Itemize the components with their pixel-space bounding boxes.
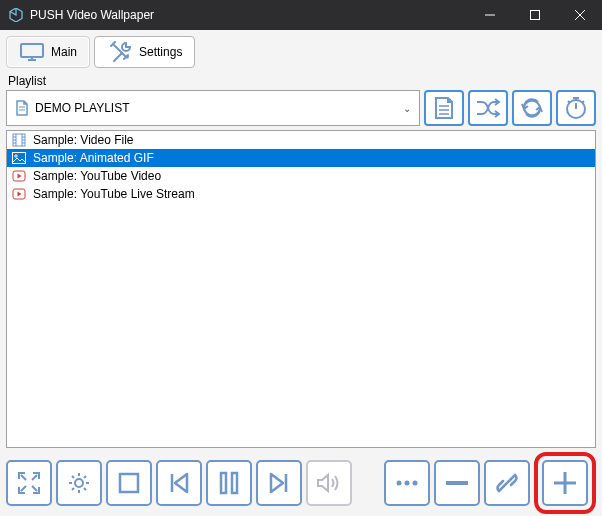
svg-point-23 — [15, 155, 17, 157]
more-button[interactable] — [384, 460, 430, 506]
repeat-button[interactable] — [512, 90, 552, 126]
svg-point-34 — [413, 481, 418, 486]
fullscreen-button[interactable] — [6, 460, 52, 506]
playlist-list-button[interactable] — [424, 90, 464, 126]
list-item[interactable]: Sample: Video File — [7, 131, 595, 149]
maximize-button[interactable] — [512, 0, 557, 30]
close-button[interactable] — [557, 0, 602, 30]
app-icon — [8, 7, 24, 23]
youtube-icon — [11, 187, 27, 201]
document-icon — [15, 100, 29, 116]
svg-rect-29 — [221, 473, 226, 493]
content-area: Main Settings Playlist DEMO PLAYLIST ⌄ — [0, 30, 602, 516]
svg-rect-30 — [232, 473, 237, 493]
remove-button[interactable] — [434, 460, 480, 506]
svg-rect-4 — [21, 44, 43, 57]
svg-rect-1 — [530, 11, 539, 20]
svg-rect-35 — [446, 481, 468, 485]
tab-settings-label: Settings — [139, 45, 182, 59]
svg-point-33 — [405, 481, 410, 486]
volume-button[interactable] — [306, 460, 352, 506]
list-item-label: Sample: YouTube Live Stream — [33, 187, 195, 201]
tab-bar: Main Settings — [6, 36, 596, 68]
playlist-section: Playlist DEMO PLAYLIST ⌄ — [6, 74, 596, 448]
video-file-icon — [11, 133, 27, 147]
svg-rect-22 — [13, 153, 26, 164]
playlist-dropdown[interactable]: DEMO PLAYLIST ⌄ — [6, 90, 420, 126]
chevron-down-icon: ⌄ — [403, 103, 411, 114]
list-item-label: Sample: Animated GIF — [33, 151, 154, 165]
monitor-icon — [19, 41, 45, 63]
tab-settings[interactable]: Settings — [94, 36, 195, 68]
svg-point-26 — [75, 479, 83, 487]
shuffle-button[interactable] — [468, 90, 508, 126]
link-button[interactable] — [484, 460, 530, 506]
window-controls — [467, 0, 602, 30]
settings-button[interactable] — [56, 460, 102, 506]
image-file-icon — [11, 151, 27, 165]
titlebar: PUSH Video Wallpaper — [0, 0, 602, 30]
list-item[interactable]: Sample: YouTube Video — [7, 167, 595, 185]
tab-main[interactable]: Main — [6, 36, 90, 68]
highlight-annotation — [534, 452, 596, 514]
list-item[interactable]: Sample: YouTube Live Stream — [7, 185, 595, 203]
list-item-label: Sample: Video File — [33, 133, 134, 147]
timer-button[interactable] — [556, 90, 596, 126]
playlist-toolbar: DEMO PLAYLIST ⌄ — [6, 90, 596, 126]
playlist-label: Playlist — [6, 74, 596, 88]
tab-main-label: Main — [51, 45, 77, 59]
playlist-items[interactable]: Sample: Video File Sample: Animated GIF … — [6, 130, 596, 448]
stop-button[interactable] — [106, 460, 152, 506]
minimize-button[interactable] — [467, 0, 512, 30]
window-title: PUSH Video Wallpaper — [30, 8, 467, 22]
list-item[interactable]: Sample: Animated GIF — [7, 149, 595, 167]
playlist-selected-text: DEMO PLAYLIST — [35, 101, 397, 115]
add-button[interactable] — [542, 460, 588, 506]
bottom-controls — [6, 456, 596, 510]
list-item-label: Sample: YouTube Video — [33, 169, 161, 183]
pause-button[interactable] — [206, 460, 252, 506]
tools-icon — [107, 41, 133, 63]
youtube-icon — [11, 169, 27, 183]
svg-point-32 — [397, 481, 402, 486]
previous-button[interactable] — [156, 460, 202, 506]
svg-rect-27 — [120, 474, 138, 492]
next-button[interactable] — [256, 460, 302, 506]
